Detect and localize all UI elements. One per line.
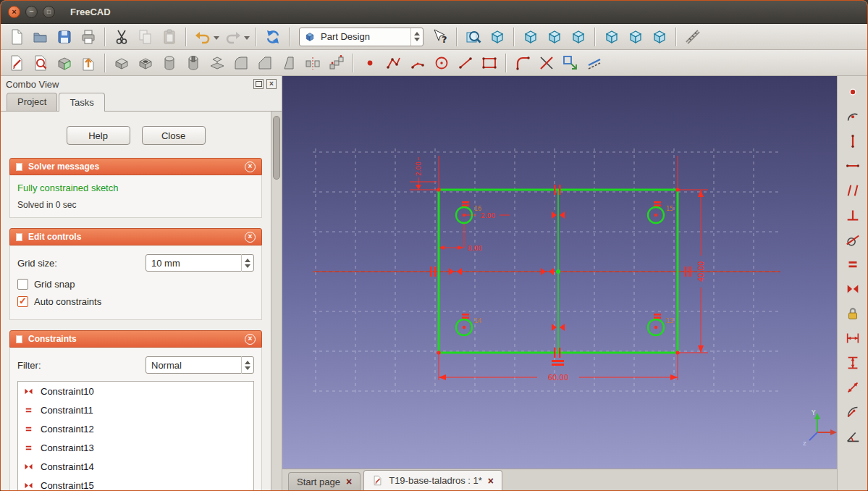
chamfer-button[interactable] [253, 52, 277, 74]
distance-constraint-button[interactable] [843, 378, 863, 397]
print-button[interactable] [77, 26, 100, 48]
equal-constraint-button[interactable] [843, 255, 863, 274]
horizontal-distance-button[interactable] [843, 329, 863, 348]
coincident-constraint-button[interactable] [843, 83, 863, 101]
trim-edge-button[interactable] [535, 52, 558, 74]
create-line-button[interactable] [454, 52, 477, 74]
view-rear-button[interactable] [600, 26, 623, 48]
view-front-button[interactable] [519, 26, 542, 48]
constraint-list-item[interactable]: Constraint14 [18, 457, 253, 476]
lock-constraint-button[interactable] [843, 304, 863, 323]
window-maximize-button[interactable] [43, 6, 55, 18]
panel-float-button[interactable] [253, 79, 264, 89]
auto-constraints-checkbox[interactable] [17, 296, 28, 307]
measure-distance-button[interactable] [681, 26, 704, 48]
3d-viewport[interactable]: 16 15 14 13 60.00 40.00 2.00 2.00 8.00 [282, 76, 837, 469]
create-circle-button[interactable] [430, 52, 453, 74]
open-document-button[interactable] [29, 26, 52, 48]
dimension-width-label[interactable]: 60.00 [548, 374, 569, 382]
leave-sketch-button[interactable] [77, 52, 100, 74]
dimension-top-offset-label[interactable]: 2.00 [415, 161, 422, 176]
panel-scrollbar[interactable] [271, 112, 282, 490]
tab-start-page[interactable]: Start page [288, 472, 361, 490]
undo-button[interactable] [191, 26, 214, 48]
cut-button[interactable] [110, 26, 133, 48]
scrollbar-thumb[interactable] [273, 116, 280, 180]
view-axonometric-button[interactable] [486, 26, 509, 48]
refresh-button[interactable] [261, 26, 285, 48]
redo-dropdown-caret[interactable] [244, 36, 250, 43]
pocket-button[interactable] [134, 52, 157, 74]
create-point-button[interactable] [358, 52, 382, 74]
additive-loft-button[interactable] [206, 52, 229, 74]
edit-controls-header[interactable]: Edit controls [9, 228, 262, 246]
point-on-object-constraint-button[interactable] [843, 107, 863, 126]
linear-pattern-button[interactable] [325, 52, 348, 74]
whats-this-button[interactable] [429, 26, 452, 48]
view-right-button[interactable] [567, 26, 590, 48]
fillet-button[interactable] [229, 52, 253, 74]
constraint-list-item[interactable]: Constraint12 [18, 419, 253, 438]
workbench-selector[interactable]: Part Design [299, 28, 424, 46]
workbench-spinner[interactable] [410, 28, 423, 46]
collapse-section-icon[interactable] [245, 232, 256, 243]
close-tab-icon[interactable] [346, 477, 352, 487]
external-geometry-button[interactable] [559, 52, 582, 74]
window-minimize-button[interactable] [25, 6, 38, 18]
constraints-header[interactable]: Constraints [9, 330, 262, 348]
sketch-fillet-button[interactable] [511, 52, 534, 74]
grid-size-select[interactable]: 10 mm [146, 254, 254, 272]
view-top-button[interactable] [543, 26, 566, 48]
constraint-list-item[interactable]: Constraint15 [18, 476, 253, 490]
mirrored-button[interactable] [301, 52, 324, 74]
close-task-button[interactable]: Close [142, 126, 206, 145]
vertical-constraint-button[interactable] [843, 132, 863, 151]
constraint-list-item[interactable]: Constraint10 [18, 382, 253, 400]
symmetric-constraint-button[interactable] [843, 280, 863, 298]
pad-button[interactable] [110, 52, 133, 74]
map-sketch-button[interactable] [53, 52, 76, 74]
tab-tasks[interactable]: Tasks [59, 93, 104, 112]
close-tab-icon[interactable] [488, 476, 494, 486]
redo-button[interactable] [222, 26, 245, 48]
window-close-button[interactable] [8, 6, 20, 18]
constraint-list-item[interactable]: Constraint13 [18, 438, 253, 457]
filter-spinner[interactable] [241, 356, 253, 374]
paste-button[interactable] [158, 26, 181, 48]
edit-sketch-button[interactable] [29, 52, 52, 74]
help-button[interactable]: Help [67, 126, 130, 145]
radius-constraint-button[interactable] [843, 403, 863, 421]
tab-project[interactable]: Project [7, 93, 57, 111]
toggle-construction-button[interactable] [583, 52, 606, 74]
create-polyline-button[interactable] [382, 52, 405, 74]
dimension-hole-y-label[interactable]: 8.00 [468, 245, 482, 252]
copy-button[interactable] [134, 26, 157, 48]
view-bottom-button[interactable] [624, 26, 647, 48]
dimension-height-label[interactable]: 40.00 [697, 261, 705, 282]
grid-snap-checkbox[interactable] [17, 279, 28, 290]
new-sketch-button[interactable] [5, 52, 28, 74]
panel-close-button[interactable] [266, 79, 277, 89]
perpendicular-constraint-button[interactable] [843, 206, 863, 224]
collapse-section-icon[interactable] [245, 161, 256, 172]
dimension-hole-x-label[interactable]: 2.00 [481, 212, 495, 219]
draft-button[interactable] [277, 52, 300, 74]
solver-messages-header[interactable]: Solver messages [9, 158, 262, 175]
undo-dropdown-caret[interactable] [214, 36, 219, 43]
horizontal-constraint-button[interactable] [843, 156, 863, 175]
save-document-button[interactable] [53, 26, 76, 48]
collapse-section-icon[interactable] [245, 334, 256, 345]
grid-size-spinner[interactable] [241, 254, 253, 272]
groove-button[interactable] [182, 52, 205, 74]
parallel-constraint-button[interactable] [843, 181, 863, 200]
angle-constraint-button[interactable] [843, 427, 863, 446]
fit-all-button[interactable] [462, 26, 485, 48]
constraint-list-item[interactable]: Constraint11 [18, 400, 253, 419]
create-rectangle-button[interactable] [478, 52, 501, 74]
new-document-button[interactable] [5, 26, 28, 48]
tab-document[interactable]: T19-base-taladros : 1* [363, 470, 502, 490]
sketch-canvas[interactable]: 16 15 14 13 60.00 40.00 2.00 2.00 8.00 [282, 76, 837, 469]
vertical-distance-button[interactable] [843, 353, 863, 372]
create-arc-button[interactable] [406, 52, 429, 74]
constraint-filter-select[interactable]: Normal [146, 356, 254, 374]
